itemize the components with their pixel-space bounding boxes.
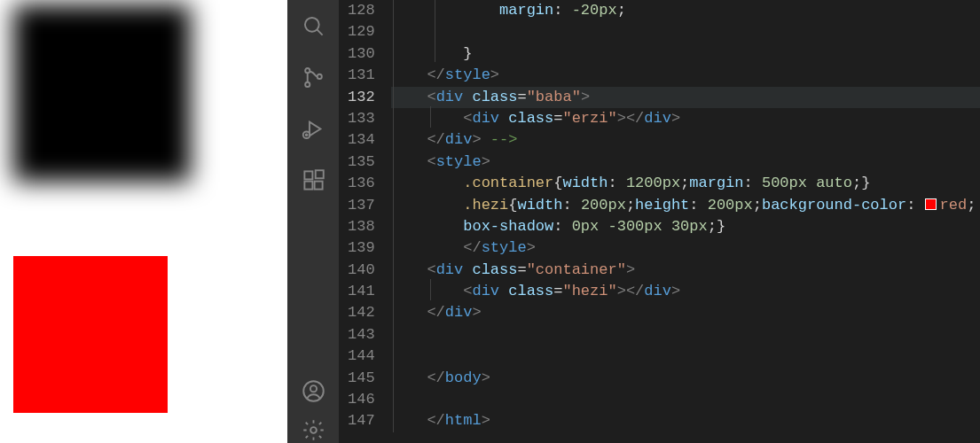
code-line[interactable] bbox=[391, 324, 980, 346]
preview-shadow-box bbox=[13, 4, 191, 182]
account-icon[interactable] bbox=[287, 365, 339, 416]
settings-gear-icon[interactable] bbox=[287, 416, 339, 443]
code-line[interactable]: <div class="baba"> bbox=[391, 87, 980, 108]
line-number: 133 bbox=[348, 108, 375, 129]
app-layout: 128 129 130 131 132 133 134 135 136 137 … bbox=[0, 0, 980, 443]
line-number: 132 bbox=[348, 87, 375, 108]
code-area[interactable]: margin: -20px; } </style> <div class="ba… bbox=[391, 0, 980, 443]
code-line[interactable] bbox=[391, 389, 980, 410]
line-number: 131 bbox=[348, 65, 375, 86]
code-line[interactable]: <div class="container"> bbox=[391, 260, 980, 281]
line-number: 140 bbox=[348, 260, 375, 281]
debug-icon[interactable] bbox=[287, 103, 339, 154]
code-line[interactable]: </style> bbox=[391, 65, 980, 86]
line-number: 143 bbox=[348, 324, 375, 346]
code-line[interactable]: </div> --> bbox=[391, 129, 980, 151]
source-control-icon[interactable] bbox=[287, 51, 339, 103]
code-line[interactable]: .hezi{width: 200px;height: 200px;backgro… bbox=[391, 195, 980, 216]
svg-rect-10 bbox=[314, 181, 322, 189]
line-number: 138 bbox=[348, 216, 375, 237]
code-line[interactable]: } bbox=[391, 43, 980, 65]
color-swatch-icon[interactable] bbox=[925, 198, 937, 210]
code-line[interactable]: margin: -20px; bbox=[391, 0, 980, 21]
line-number: 136 bbox=[348, 173, 375, 194]
line-number-gutter: 128 129 130 131 132 133 134 135 136 137 … bbox=[339, 0, 391, 443]
line-number: 147 bbox=[348, 410, 375, 431]
svg-point-0 bbox=[304, 17, 318, 31]
code-line[interactable]: </div> bbox=[391, 302, 980, 323]
svg-rect-8 bbox=[304, 171, 312, 179]
svg-point-3 bbox=[305, 82, 310, 86]
code-line[interactable] bbox=[391, 21, 980, 43]
code-line[interactable]: <style> bbox=[391, 152, 980, 173]
code-line[interactable]: </body> bbox=[391, 368, 980, 389]
svg-point-13 bbox=[310, 385, 316, 392]
preview-red-box bbox=[13, 256, 168, 413]
activity-bar bbox=[287, 0, 339, 443]
svg-rect-9 bbox=[304, 181, 312, 189]
search-icon[interactable] bbox=[287, 0, 339, 51]
code-line[interactable]: box-shadow: 0px -300px 30px;} bbox=[391, 216, 980, 237]
line-number: 141 bbox=[348, 281, 375, 302]
svg-rect-11 bbox=[315, 170, 323, 178]
browser-preview-pane bbox=[0, 0, 287, 443]
svg-point-7 bbox=[305, 134, 307, 136]
line-number: 144 bbox=[348, 346, 375, 367]
extensions-icon[interactable] bbox=[287, 154, 339, 206]
line-number: 139 bbox=[348, 237, 375, 259]
line-number: 130 bbox=[348, 43, 375, 65]
code-line[interactable]: .container{width: 1200px;margin: 500px a… bbox=[391, 173, 980, 194]
line-number: 146 bbox=[348, 389, 375, 410]
svg-point-14 bbox=[310, 427, 317, 433]
line-number: 137 bbox=[348, 195, 375, 216]
line-number: 142 bbox=[348, 302, 375, 323]
code-editor[interactable]: 128 129 130 131 132 133 134 135 136 137 … bbox=[339, 0, 980, 443]
code-line[interactable]: <div class="erzi"></div> bbox=[391, 108, 980, 129]
svg-point-4 bbox=[317, 74, 321, 78]
line-number: 134 bbox=[348, 129, 375, 151]
line-number: 135 bbox=[348, 152, 375, 173]
code-line[interactable] bbox=[391, 346, 980, 367]
code-line[interactable]: <div class="hezi"></div> bbox=[391, 281, 980, 302]
code-line[interactable]: </html> bbox=[391, 410, 980, 431]
code-line[interactable]: </style> bbox=[391, 237, 980, 259]
svg-line-1 bbox=[317, 29, 322, 35]
line-number: 128 bbox=[348, 0, 375, 21]
line-number: 129 bbox=[348, 21, 375, 43]
line-number: 145 bbox=[348, 368, 375, 389]
svg-point-2 bbox=[305, 68, 310, 73]
svg-marker-5 bbox=[310, 121, 320, 136]
